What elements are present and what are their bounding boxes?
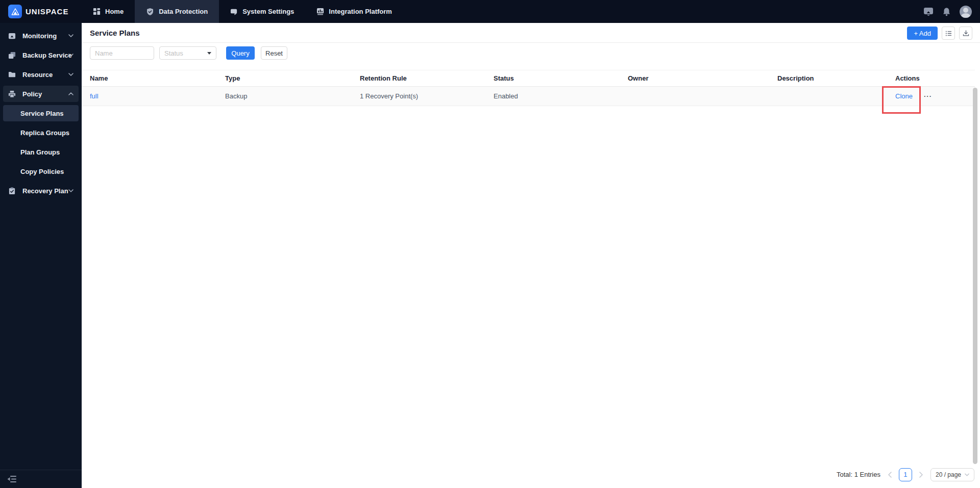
next-page-icon[interactable] bbox=[919, 472, 923, 478]
chevron-up-icon bbox=[68, 92, 74, 95]
vertical-scrollbar[interactable] bbox=[973, 88, 977, 464]
more-actions-icon[interactable]: ··· bbox=[924, 92, 932, 100]
sidebar-item-service-plans[interactable]: Service Plans bbox=[0, 104, 82, 123]
sidebar-item-recovery-plan[interactable]: Recovery Plan bbox=[0, 181, 82, 200]
sidebar-item-backup-service[interactable]: Backup Service bbox=[0, 45, 82, 65]
recovery-plan-icon bbox=[8, 187, 16, 195]
sidebar-item-label: Service Plans bbox=[20, 110, 64, 117]
cell-retention-rule: 1 Recovery Point(s) bbox=[352, 92, 485, 100]
status-filter-select[interactable]: Status bbox=[159, 46, 216, 60]
primary-nav: Home Data Protection System Settings bbox=[82, 0, 403, 23]
sidebar-item-label: Monitoring bbox=[22, 32, 57, 40]
main-content: Service Plans + Add Status bbox=[82, 23, 980, 488]
pagination-total: Total: 1 Entries bbox=[837, 471, 880, 478]
service-plans-table: Name Type Retention Rule Status Owner De… bbox=[82, 70, 975, 106]
filter-bar: Status Query Reset bbox=[90, 46, 287, 60]
column-settings-button[interactable] bbox=[942, 27, 955, 40]
sidebar-item-label: Replica Groups bbox=[20, 129, 69, 137]
user-avatar[interactable] bbox=[960, 6, 972, 18]
plan-name-link[interactable]: full bbox=[90, 92, 99, 100]
column-header-description: Description bbox=[769, 74, 887, 82]
reset-button[interactable]: Reset bbox=[261, 46, 287, 60]
sidebar-item-label: Plan Groups bbox=[20, 148, 60, 156]
nav-tab-label: Integration Platform bbox=[329, 8, 392, 15]
avatar-body bbox=[961, 13, 970, 18]
sidebar-item-copy-policies[interactable]: Copy Policies bbox=[0, 162, 82, 181]
chevron-down-icon bbox=[68, 54, 74, 57]
sidebar: Monitoring Backup Service bbox=[0, 23, 82, 488]
page-header: Service Plans + Add bbox=[82, 23, 980, 43]
home-grid-icon bbox=[93, 8, 101, 15]
bell-icon[interactable] bbox=[942, 7, 951, 16]
sidebar-item-label: Policy bbox=[22, 90, 42, 98]
sidebar-item-monitoring[interactable]: Monitoring bbox=[0, 26, 82, 45]
chevron-down-icon bbox=[68, 189, 74, 192]
app-logo-icon[interactable] bbox=[8, 5, 22, 18]
topbar-right-icons bbox=[923, 0, 972, 23]
column-header-name: Name bbox=[82, 74, 217, 82]
resource-folder-icon bbox=[8, 71, 16, 79]
system-settings-icon bbox=[230, 8, 238, 15]
logo-mountain-icon bbox=[11, 7, 20, 16]
column-header-type: Type bbox=[217, 74, 352, 82]
table-row: full Backup 1 Recovery Point(s) Enabled … bbox=[82, 87, 975, 106]
column-header-status: Status bbox=[485, 74, 620, 82]
sidebar-item-replica-groups[interactable]: Replica Groups bbox=[0, 123, 82, 142]
sidebar-item-resource[interactable]: Resource bbox=[0, 65, 82, 84]
nav-tab-label: System Settings bbox=[242, 8, 294, 15]
cell-status: Enabled bbox=[485, 92, 620, 100]
app-name: UNISPACE bbox=[26, 0, 68, 23]
query-button[interactable]: Query bbox=[226, 46, 255, 60]
sidebar-item-policy[interactable]: Policy bbox=[0, 84, 82, 104]
prev-page-icon[interactable] bbox=[888, 472, 892, 478]
column-header-actions: Actions bbox=[887, 74, 975, 82]
column-header-owner: Owner bbox=[620, 74, 769, 82]
unordered-list-icon bbox=[945, 30, 952, 37]
nav-tab-label: Home bbox=[105, 8, 124, 15]
nav-tab-label: Data Protection bbox=[159, 8, 208, 15]
header-actions: + Add bbox=[907, 27, 972, 40]
shield-check-icon bbox=[146, 8, 154, 16]
topbar: UNISPACE Home Data Protection System Set… bbox=[0, 0, 980, 23]
clone-action-link[interactable]: Clone bbox=[895, 92, 913, 100]
name-filter-input[interactable] bbox=[90, 46, 154, 60]
page-size-select[interactable]: 20 / page bbox=[930, 468, 974, 481]
cell-type: Backup bbox=[217, 92, 352, 100]
pagination: Total: 1 Entries 1 20 / page bbox=[837, 468, 974, 481]
page-size-value: 20 / page bbox=[936, 471, 961, 478]
chevron-down-icon bbox=[68, 34, 74, 37]
nav-tab-integration-platform[interactable]: Integration Platform bbox=[305, 0, 403, 23]
monitoring-icon bbox=[8, 32, 16, 40]
select-caret-icon bbox=[207, 52, 211, 55]
chevron-down-icon bbox=[965, 473, 969, 476]
export-button[interactable] bbox=[959, 27, 972, 40]
nav-tab-data-protection[interactable]: Data Protection bbox=[135, 0, 219, 23]
policy-icon bbox=[8, 90, 16, 98]
cell-actions: Clone ··· bbox=[895, 92, 975, 100]
sidebar-menu: Monitoring Backup Service bbox=[0, 23, 82, 200]
page-title: Service Plans bbox=[90, 23, 140, 43]
sidebar-item-label: Backup Service bbox=[22, 52, 72, 59]
message-icon[interactable] bbox=[923, 7, 934, 16]
integration-platform-icon bbox=[316, 8, 324, 15]
chevron-down-icon bbox=[68, 73, 74, 76]
backup-service-icon bbox=[8, 52, 16, 59]
sidebar-item-label: Resource bbox=[22, 71, 53, 79]
table-header-row: Name Type Retention Rule Status Owner De… bbox=[82, 70, 975, 87]
nav-tab-home[interactable]: Home bbox=[82, 0, 135, 23]
sidebar-item-plan-groups[interactable]: Plan Groups bbox=[0, 142, 82, 162]
column-header-retention-rule: Retention Rule bbox=[352, 74, 485, 82]
nav-tab-system-settings[interactable]: System Settings bbox=[219, 0, 305, 23]
status-select-placeholder: Status bbox=[164, 49, 183, 57]
download-icon bbox=[963, 30, 969, 37]
collapse-sidebar-icon[interactable] bbox=[7, 475, 17, 483]
page-number-button[interactable]: 1 bbox=[899, 468, 912, 481]
avatar-head bbox=[963, 8, 968, 13]
sidebar-item-label: Recovery Plan bbox=[22, 187, 68, 195]
sidebar-item-label: Copy Policies bbox=[20, 168, 64, 175]
add-button[interactable]: + Add bbox=[907, 27, 938, 40]
sidebar-footer bbox=[0, 470, 82, 488]
